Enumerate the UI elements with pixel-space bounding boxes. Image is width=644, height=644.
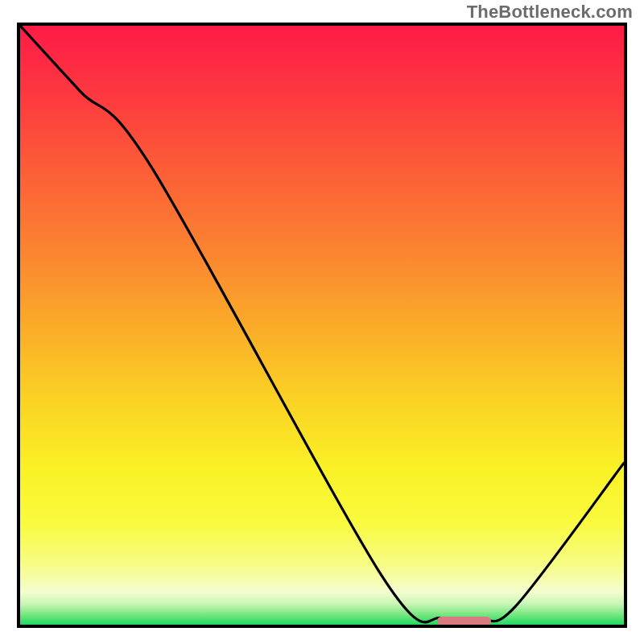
chart-container: TheBottleneck.com: [0, 0, 644, 644]
optimal-range-marker: [437, 617, 492, 625]
plot-frame: [17, 23, 627, 628]
bottleneck-curve: [20, 26, 624, 625]
attribution-label: TheBottleneck.com: [467, 2, 633, 23]
